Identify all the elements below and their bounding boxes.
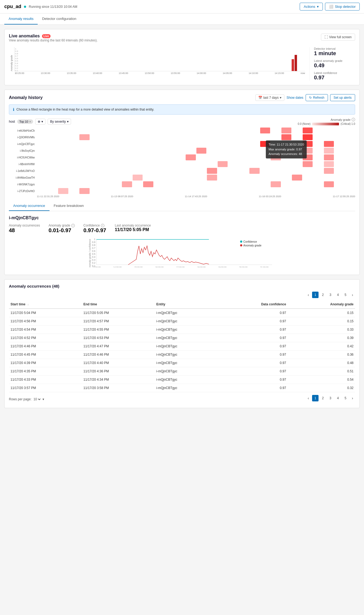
heatmap-cell[interactable] [228, 128, 238, 133]
heatmap-cell[interactable] [196, 161, 207, 167]
heatmap-cell[interactable] [186, 148, 196, 154]
heatmap-cell[interactable] [69, 128, 79, 133]
heatmap-cell[interactable] [345, 181, 355, 187]
heatmap-cell[interactable] [143, 181, 153, 187]
heatmap-cell[interactable] [196, 141, 207, 147]
heatmap-cell[interactable] [133, 188, 143, 194]
heatmap-cell[interactable] [228, 168, 238, 174]
heatmap-cell[interactable] [313, 141, 323, 147]
heatmap-cell[interactable] [164, 154, 175, 160]
heatmap-cell[interactable] [186, 188, 196, 194]
heatmap-cell[interactable] [260, 181, 270, 187]
heatmap-cell[interactable] [90, 188, 100, 194]
rows-per-page-select[interactable]: 10 20 50 [32, 397, 41, 401]
heatmap-cell[interactable] [334, 128, 345, 133]
heatmap-cell[interactable] [48, 161, 58, 167]
heatmap-cell[interactable] [58, 181, 68, 187]
heatmap-cell[interactable] [281, 175, 292, 181]
severity-dropdown[interactable]: By severity ▾ [48, 119, 71, 125]
heatmap-cell[interactable] [292, 134, 302, 140]
heatmap-cell[interactable] [345, 161, 355, 167]
heatmap-cell[interactable] [303, 188, 313, 194]
heatmap-cell[interactable] [281, 128, 292, 133]
heatmap-cell[interactable] [164, 188, 175, 194]
heatmap-cell[interactable] [239, 188, 249, 194]
heatmap-cell[interactable] [133, 168, 143, 174]
heatmap-cell[interactable] [175, 175, 185, 181]
heatmap-cell[interactable] [207, 154, 217, 160]
heatmap-cell[interactable] [218, 188, 228, 194]
heatmap-cell[interactable] [122, 128, 132, 133]
date-range-button[interactable]: 📅 last 7 days ▾ [255, 94, 284, 101]
page-btn-bottom-5[interactable]: 5 [342, 395, 349, 401]
heatmap-cell[interactable] [324, 148, 334, 154]
heatmap-cell[interactable] [48, 168, 58, 174]
page-btn-4[interactable]: 4 [335, 292, 341, 298]
heatmap-cell[interactable] [228, 181, 238, 187]
heatmap-cell[interactable] [303, 128, 313, 133]
heatmap-cell[interactable] [143, 128, 153, 133]
heatmap-cell[interactable] [48, 188, 58, 194]
heatmap-cell[interactable] [207, 188, 217, 194]
heatmap-cell[interactable] [313, 181, 323, 187]
heatmap-cell[interactable] [260, 134, 270, 140]
heatmap-cell[interactable] [186, 154, 196, 160]
heatmap-cell[interactable] [58, 141, 68, 147]
heatmap-cell[interactable] [345, 134, 355, 140]
setup-alerts-button[interactable]: Set up alerts [330, 94, 355, 101]
heatmap-cell[interactable] [271, 175, 281, 181]
heatmap-cell[interactable] [79, 188, 90, 194]
page-btn-bottom-4[interactable]: 4 [335, 395, 341, 401]
heatmap-cell[interactable] [249, 175, 260, 181]
heatmap-cell[interactable] [196, 154, 207, 160]
heatmap-cell[interactable] [122, 154, 132, 160]
heatmap-cell[interactable] [69, 188, 79, 194]
heatmap-cell[interactable] [303, 175, 313, 181]
heatmap-cell[interactable] [79, 141, 90, 147]
heatmap-cell[interactable] [324, 175, 334, 181]
heatmap-cell[interactable] [207, 168, 217, 174]
table-row[interactable]: 11/17/20 3:57 PM 11/17/20 3:58 PM i-mQjn… [9, 384, 355, 392]
heatmap-cell[interactable] [37, 148, 47, 154]
heatmap-cell[interactable] [37, 188, 47, 194]
heatmap-cell[interactable] [260, 175, 270, 181]
heatmap-cell[interactable] [175, 128, 185, 133]
heatmap-cell[interactable] [48, 181, 58, 187]
heatmap-cell[interactable] [218, 128, 228, 133]
heatmap-cell[interactable] [58, 128, 68, 133]
sub-tab-anomaly-occurrence[interactable]: Anomaly occurrence [9, 201, 50, 211]
heatmap-cell[interactable] [154, 175, 164, 181]
heatmap-cell[interactable] [90, 175, 100, 181]
heatmap-cell[interactable] [313, 154, 323, 160]
heatmap-cell[interactable] [303, 181, 313, 187]
prev-page-arrow[interactable]: ‹ [306, 292, 311, 298]
heatmap-cell[interactable] [260, 161, 270, 167]
heatmap-cell[interactable] [133, 128, 143, 133]
col-start-time[interactable]: Start time ↓ [9, 300, 82, 309]
heatmap-cell[interactable] [239, 181, 249, 187]
heatmap-cell[interactable] [334, 161, 345, 167]
heatmap-cell[interactable] [154, 188, 164, 194]
heatmap-cell[interactable] [58, 148, 68, 154]
heatmap-cell[interactable] [164, 168, 175, 174]
heatmap-cell[interactable] [239, 148, 249, 154]
heatmap-cell[interactable] [79, 161, 90, 167]
heatmap-cell[interactable] [133, 181, 143, 187]
heatmap-cell[interactable] [292, 128, 302, 133]
heatmap-cell[interactable] [90, 181, 100, 187]
heatmap-cell[interactable] [122, 175, 132, 181]
heatmap-cell[interactable] [90, 134, 100, 140]
heatmap-cell[interactable] [143, 161, 153, 167]
heatmap-cell[interactable] [111, 134, 122, 140]
heatmap-cell[interactable] [186, 141, 196, 147]
heatmap-cell[interactable] [122, 148, 132, 154]
heatmap-cell[interactable] [90, 148, 100, 154]
page-btn-bottom-2[interactable]: 2 [320, 395, 326, 401]
heatmap-cell[interactable] [249, 181, 260, 187]
heatmap-cell[interactable] [196, 175, 207, 181]
heatmap-cell[interactable] [292, 181, 302, 187]
heatmap-cell[interactable] [143, 154, 153, 160]
heatmap-cell[interactable] [249, 154, 260, 160]
heatmap-cell[interactable] [196, 188, 207, 194]
heatmap-cell[interactable] [218, 154, 228, 160]
